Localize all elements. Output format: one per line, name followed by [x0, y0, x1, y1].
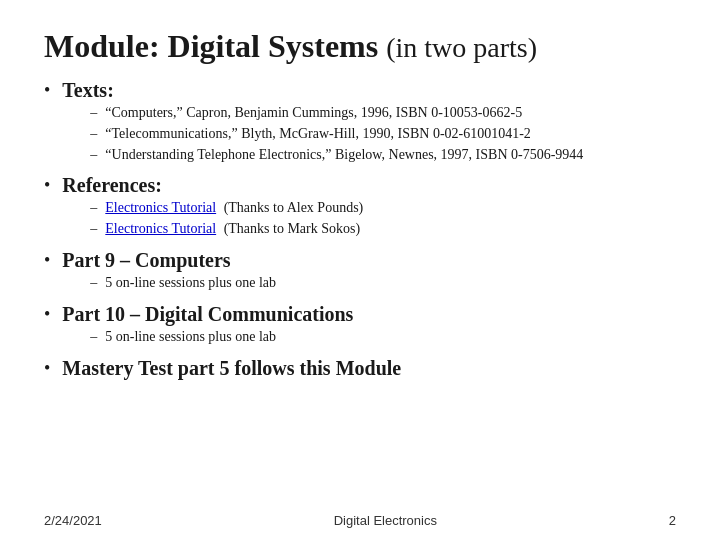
- slide: Module: Digital Systems (in two parts) •…: [0, 0, 720, 540]
- main-list: • Texts: – “Computers,” Capron, Benjamin…: [44, 79, 676, 380]
- text-item-2-text: “Telecommunications,” Blyth, McGraw-Hill…: [105, 125, 531, 144]
- dash-part10: –: [90, 328, 97, 347]
- bullet-mastery: •: [44, 358, 50, 379]
- dash-ref-1: –: [90, 199, 97, 218]
- bullet-part10: •: [44, 304, 50, 325]
- texts-list: – “Computers,” Capron, Benjamin Cummings…: [62, 104, 676, 165]
- section-part10: • Part 10 – Digital Communications – 5 o…: [44, 303, 676, 351]
- mastery-label: Mastery Test part 5 follows this Module: [62, 357, 401, 379]
- part9-list: – 5 on-line sessions plus one lab: [62, 274, 676, 293]
- footer-date: 2/24/2021: [44, 513, 102, 528]
- title-main: Module: Digital Systems: [44, 28, 378, 64]
- dash-part9: –: [90, 274, 97, 293]
- footer-page: 2: [669, 513, 676, 528]
- bullet-references: •: [44, 175, 50, 196]
- part10-label: Part 10 – Digital Communications: [62, 303, 353, 325]
- texts-section: Texts: – “Computers,” Capron, Benjamin C…: [62, 79, 676, 169]
- dash-2: –: [90, 125, 97, 144]
- part10-sessions: – 5 on-line sessions plus one lab: [62, 328, 676, 347]
- ref-link-1[interactable]: Electronics Tutorial: [105, 200, 216, 215]
- texts-label: Texts:: [62, 79, 113, 101]
- dash-1: –: [90, 104, 97, 123]
- ref-item-1: – Electronics Tutorial (Thanks to Alex P…: [62, 199, 676, 218]
- section-references: • References: – Electronics Tutorial (Th…: [44, 174, 676, 243]
- part9-section: Part 9 – Computers – 5 on-line sessions …: [62, 249, 676, 297]
- footer-center: Digital Electronics: [334, 513, 437, 528]
- part9-label: Part 9 – Computers: [62, 249, 230, 271]
- bullet-texts: •: [44, 80, 50, 101]
- text-item-3: – “Understanding Telephone Electronics,”…: [62, 146, 676, 165]
- text-item-2: – “Telecommunications,” Blyth, McGraw-Hi…: [62, 125, 676, 144]
- text-item-1: – “Computers,” Capron, Benjamin Cummings…: [62, 104, 676, 123]
- part9-session-text: 5 on-line sessions plus one lab: [105, 274, 276, 293]
- references-label: References:: [62, 174, 162, 196]
- section-mastery: • Mastery Test part 5 follows this Modul…: [44, 357, 676, 380]
- ref-note-1: (Thanks to Alex Pounds): [224, 200, 364, 215]
- dash-ref-2: –: [90, 220, 97, 239]
- title-paren-text: (in two parts): [386, 32, 537, 63]
- ref-link-2[interactable]: Electronics Tutorial: [105, 221, 216, 236]
- ref-item-2: – Electronics Tutorial (Thanks to Mark S…: [62, 220, 676, 239]
- mastery-section: Mastery Test part 5 follows this Module: [62, 357, 676, 380]
- part10-list: – 5 on-line sessions plus one lab: [62, 328, 676, 347]
- slide-title: Module: Digital Systems (in two parts): [44, 28, 676, 65]
- ref-item-1-text: Electronics Tutorial (Thanks to Alex Pou…: [105, 199, 363, 218]
- section-texts: • Texts: – “Computers,” Capron, Benjamin…: [44, 79, 676, 169]
- footer: 2/24/2021 Digital Electronics 2: [0, 513, 720, 528]
- ref-item-2-text: Electronics Tutorial (Thanks to Mark Sok…: [105, 220, 360, 239]
- text-item-1-text: “Computers,” Capron, Benjamin Cummings, …: [105, 104, 522, 123]
- part10-session-text: 5 on-line sessions plus one lab: [105, 328, 276, 347]
- references-section: References: – Electronics Tutorial (Than…: [62, 174, 676, 243]
- part9-sessions: – 5 on-line sessions plus one lab: [62, 274, 676, 293]
- references-list: – Electronics Tutorial (Thanks to Alex P…: [62, 199, 676, 239]
- dash-3: –: [90, 146, 97, 165]
- bullet-part9: •: [44, 250, 50, 271]
- text-item-3-text: “Understanding Telephone Electronics,” B…: [105, 146, 583, 165]
- part10-section: Part 10 – Digital Communications – 5 on-…: [62, 303, 676, 351]
- section-part9: • Part 9 – Computers – 5 on-line session…: [44, 249, 676, 297]
- ref-note-2: (Thanks to Mark Sokos): [224, 221, 361, 236]
